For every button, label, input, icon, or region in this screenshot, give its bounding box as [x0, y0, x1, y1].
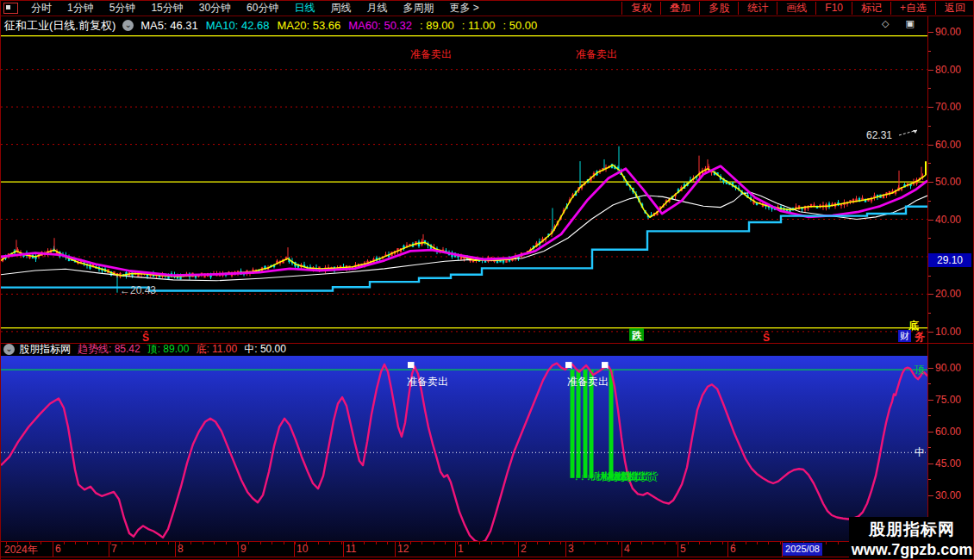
menu-item-周线[interactable]: 周线 — [322, 1, 359, 16]
svg-text:准备卖出: 准备卖出 — [576, 48, 617, 60]
tool-画线[interactable]: 画线 — [777, 2, 815, 15]
menu-item-分时[interactable]: 分时 — [23, 1, 59, 16]
x-axis-month-separator — [727, 542, 728, 557]
x-axis-month-label-11: 11 — [346, 543, 356, 555]
main-axis-tick — [928, 276, 931, 277]
indicator-axis-tick — [928, 495, 933, 496]
x-axis-month-label-7: 7 — [111, 543, 117, 555]
main-axis-tick — [928, 201, 931, 202]
x-axis-tick — [17, 542, 18, 544]
x-axis-tick — [734, 542, 734, 544]
indicator-axis-label-60: 60.00 — [935, 426, 961, 438]
x-axis-tick — [133, 542, 134, 544]
x-axis-tick — [156, 542, 157, 544]
x-axis-tick — [306, 542, 307, 544]
x-axis-month-label-12: 12 — [397, 543, 409, 555]
x-axis-tick — [722, 542, 723, 544]
x-axis-tick — [434, 542, 434, 544]
window-icon[interactable] — [3, 3, 18, 14]
x-axis-tick — [29, 542, 30, 544]
top-menubar: 分时1分钟5分钟15分钟30分钟60分钟日线周线月线多周期更多 > 复权叠加多股… — [1, 1, 974, 16]
menu-item-1分钟[interactable]: 1分钟 — [59, 1, 102, 16]
menu-item-更多 >[interactable]: 更多 > — [441, 1, 486, 16]
indicator-name: 股朋指标网 — [19, 342, 71, 357]
axis-left-border — [927, 16, 928, 557]
x-axis-month-separator — [455, 542, 456, 557]
main-axis-tick — [928, 145, 933, 146]
menu-item-多周期[interactable]: 多周期 — [395, 1, 441, 16]
main-axis-tick — [928, 88, 931, 89]
x-axis-tick — [584, 542, 584, 544]
x-axis-tick — [710, 542, 711, 544]
main-axis-tick — [928, 163, 931, 164]
indicator-collapse-icon[interactable]: ⌄ — [3, 344, 15, 355]
tool-+自选[interactable]: +自选 — [890, 2, 935, 15]
indicator-legend: 趋势线: 85.42顶: 89.00底: 11.00中: 50.00 — [78, 342, 293, 357]
svg-text:跌: 跌 — [632, 330, 642, 340]
x-axis-tick — [248, 542, 249, 544]
watermark-url: www.7gpzb.com — [852, 541, 972, 559]
ma-legend-item-0: MA5: 46.31 — [140, 19, 198, 32]
x-axis-month-label-10: 10 — [297, 543, 308, 555]
main-axis-tick — [928, 182, 933, 183]
x-axis-month-label-6: 6 — [55, 543, 61, 555]
indicator-axis-label-90: 90.00 — [935, 362, 961, 374]
x-axis-tick — [110, 542, 111, 544]
svg-text:底: 底 — [908, 320, 919, 332]
tool-F10[interactable]: F10 — [815, 2, 852, 15]
x-axis-tick — [503, 542, 503, 544]
x-axis-tick — [237, 542, 238, 544]
main-axis-label-40: 40.00 — [935, 214, 961, 226]
tool-统计[interactable]: 统计 — [738, 2, 777, 15]
x-axis-tick — [295, 542, 296, 544]
x-axis-tick — [515, 542, 515, 544]
tool-复权[interactable]: 复权 — [621, 2, 660, 15]
x-axis-tick — [688, 542, 689, 544]
indicator-axis-tick — [928, 464, 933, 464]
main-axis-tick — [928, 126, 931, 127]
x-axis-tick — [468, 542, 469, 544]
svg-text:中: 中 — [915, 446, 925, 458]
main-axis-label-10: 10.00 — [935, 326, 961, 338]
main-axis-tick — [928, 51, 931, 52]
svg-text:↓: ↓ — [574, 471, 579, 482]
menu-item-5分钟[interactable]: 5分钟 — [102, 1, 144, 16]
x-axis-tick — [353, 542, 353, 544]
x-axis-tick — [537, 542, 538, 544]
menu-item-月线[interactable]: 月线 — [359, 1, 395, 16]
titlebar-corner-icons[interactable]: ◇ ▣ — [882, 18, 921, 29]
svg-text:62.31: 62.31 — [866, 129, 892, 141]
tool-叠加[interactable]: 叠加 — [660, 2, 699, 15]
menu-item-30分钟[interactable]: 30分钟 — [191, 1, 239, 16]
x-axis-month-label-8: 8 — [178, 543, 184, 555]
svg-text:务: 务 — [915, 331, 926, 343]
x-axis-month-separator — [238, 542, 239, 557]
collapse-icon[interactable]: ⌄ — [122, 20, 134, 31]
x-axis-tick — [560, 542, 561, 544]
main-axis-tick — [928, 70, 933, 71]
x-axis-tick — [203, 542, 203, 544]
indicator-axis-tick — [928, 383, 931, 384]
main-price-chart[interactable]: 准备卖出准备卖出←20.4362.31Ŝ跌Ŝ底财务 — [1, 35, 927, 344]
x-axis-month-label-2: 2 — [521, 543, 527, 555]
x-axis-tick — [6, 542, 7, 544]
indicator-y-axis: 90.0075.0060.0045.0030.00 — [928, 356, 974, 542]
tool-标记[interactable]: 标记 — [852, 2, 890, 15]
svg-text:准备卖出: 准备卖出 — [407, 376, 448, 388]
period-menu: 分时1分钟5分钟15分钟30分钟60分钟日线周线月线多周期更多 > — [23, 1, 487, 16]
indicator-chart[interactable]: 准备卖出准备卖出↓↓↓↓机构出货机构出货机构出货机构出货机构出货顶中 — [1, 356, 927, 542]
main-axis-tick — [928, 32, 933, 33]
tool-多股[interactable]: 多股 — [699, 2, 738, 15]
indicator-legend-item-3: 中: 50.00 — [244, 343, 286, 355]
ma-legend: MA5: 46.31MA10: 42.68MA20: 53.66MA60: 50… — [140, 19, 545, 32]
menu-item-15分钟[interactable]: 15分钟 — [143, 1, 190, 16]
x-axis-tick — [341, 542, 342, 544]
x-axis-tick — [757, 542, 758, 544]
menu-item-日线[interactable]: 日线 — [286, 1, 322, 16]
x-axis-tick — [145, 542, 146, 544]
indicator-axis-label-30: 30.00 — [935, 489, 961, 501]
menu-item-60分钟[interactable]: 60分钟 — [239, 1, 286, 16]
main-bottom-border — [1, 343, 974, 344]
tools-menu: 复权叠加多股统计画线F10标记+自选返回 — [621, 1, 974, 16]
tool-返回[interactable]: 返回 — [935, 2, 974, 15]
